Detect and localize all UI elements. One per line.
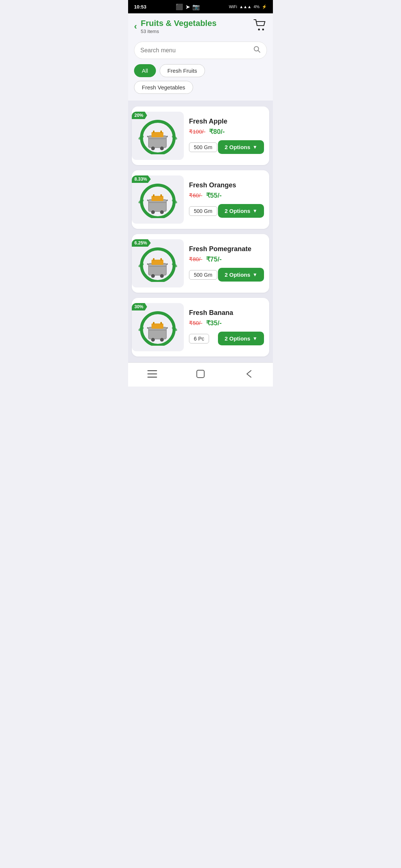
svg-point-32: [151, 274, 155, 278]
svg-rect-52: [147, 374, 157, 375]
quantity-tag-0: 500 Gm: [189, 142, 217, 152]
product-card-2: 6.25%: [132, 234, 269, 293]
charging-icon: ⚡: [262, 4, 267, 9]
product-name-0: Fresh Apple: [189, 118, 264, 125]
price-original-0: ₹100/-: [189, 128, 205, 135]
svg-point-21: [160, 210, 164, 214]
zomato-icon: ⬛: [176, 3, 183, 10]
search-container: [128, 38, 273, 64]
home-nav-button[interactable]: [194, 367, 207, 381]
svg-rect-35: [153, 258, 154, 260]
quantity-tag-2: 500 Gm: [189, 270, 217, 280]
svg-point-9: [160, 147, 164, 150]
svg-rect-53: [147, 377, 157, 378]
svg-rect-23: [153, 194, 154, 197]
svg-rect-34: [151, 260, 163, 265]
product-bottom-2: 500 Gm 2 Options ▼: [189, 268, 264, 282]
svg-rect-46: [151, 323, 163, 329]
svg-point-44: [151, 338, 155, 342]
svg-point-20: [151, 210, 155, 214]
svg-rect-6: [147, 136, 149, 137]
tab-fresh-vegetables[interactable]: Fresh Vegetables: [134, 81, 193, 94]
svg-point-0: [258, 29, 260, 30]
svg-rect-10: [151, 132, 163, 137]
price-original-2: ₹80/-: [189, 256, 202, 263]
svg-point-45: [160, 338, 164, 342]
price-discounted-0: ₹80/-: [209, 128, 225, 136]
page-title: Fruits & Vegetables: [141, 19, 216, 28]
svg-rect-18: [147, 200, 149, 201]
product-image-wrap-2: 6.25%: [132, 239, 184, 287]
back-button[interactable]: ‹: [134, 21, 137, 32]
product-info-3: Fresh Banana ₹50/- ₹35/- 6 Pc 2 Options …: [189, 309, 264, 345]
svg-point-2: [254, 47, 259, 51]
product-image-wrap-1: 8.33%: [132, 175, 184, 224]
product-image-0: [137, 117, 178, 154]
options-label-3: 2 Options: [225, 335, 250, 342]
discount-badge-0: 20%: [132, 112, 147, 119]
options-button-2[interactable]: 2 Options ▼: [218, 268, 264, 282]
price-discounted-1: ₹55/-: [206, 191, 222, 200]
page-header: ‹ Fruits & Vegetables 53 items: [128, 13, 273, 38]
product-name-1: Fresh Oranges: [189, 181, 264, 189]
options-button-0[interactable]: 2 Options ▼: [218, 140, 264, 154]
product-prices-2: ₹80/- ₹75/-: [189, 255, 264, 263]
status-time: 10:53: [134, 4, 146, 10]
svg-rect-7: [166, 136, 168, 137]
svg-rect-30: [147, 263, 149, 265]
svg-rect-47: [153, 322, 154, 324]
svg-rect-42: [147, 327, 149, 329]
discount-badge-1: 8.33%: [132, 175, 151, 183]
svg-rect-48: [160, 322, 162, 324]
svg-point-8: [151, 147, 155, 150]
svg-point-33: [160, 274, 164, 278]
svg-rect-12: [160, 131, 162, 133]
product-image-3: [137, 309, 178, 346]
product-image-wrap-0: 20%: [132, 112, 184, 160]
status-app-icons: ⬛ ➤ 📷: [176, 3, 200, 10]
tab-fresh-fruits[interactable]: Fresh Fruits: [160, 64, 205, 77]
product-card-1: 8.33%: [132, 170, 269, 229]
product-prices-1: ₹60/- ₹55/-: [189, 191, 264, 200]
svg-rect-40: [149, 327, 166, 339]
options-button-3[interactable]: 2 Options ▼: [218, 332, 264, 345]
price-discounted-2: ₹75/-: [206, 255, 222, 263]
options-button-1[interactable]: 2 Options ▼: [218, 204, 264, 218]
svg-rect-22: [151, 196, 163, 201]
price-discounted-3: ₹35/-: [206, 319, 222, 327]
navigation-icon: ➤: [185, 3, 190, 10]
options-label-2: 2 Options: [225, 272, 250, 278]
search-box[interactable]: [134, 42, 267, 59]
search-input[interactable]: [140, 47, 250, 54]
price-original-1: ₹60/-: [189, 192, 202, 199]
quantity-tag-3: 6 Pc: [189, 334, 209, 343]
product-card-3: 30%: [132, 298, 269, 356]
svg-rect-4: [149, 136, 166, 148]
chevron-down-icon-1: ▼: [252, 208, 257, 214]
back-nav-button[interactable]: [242, 367, 255, 381]
product-prices-3: ₹50/- ₹35/-: [189, 319, 264, 327]
svg-rect-24: [160, 194, 162, 197]
cart-button[interactable]: [254, 19, 267, 34]
instagram-icon: 📷: [192, 3, 200, 10]
signal-icon: ▲▲▲: [239, 4, 251, 9]
chevron-down-icon-0: ▼: [252, 144, 257, 150]
product-bottom-1: 500 Gm 2 Options ▼: [189, 204, 264, 218]
wifi-icon: WiFi: [229, 4, 237, 9]
svg-rect-43: [166, 327, 168, 329]
item-count: 53 items: [141, 29, 216, 34]
product-bottom-3: 6 Pc 2 Options ▼: [189, 332, 264, 345]
svg-rect-36: [160, 258, 162, 260]
bottom-navigation: [128, 362, 273, 387]
product-card-0: 20%: [132, 106, 269, 165]
menu-nav-button[interactable]: [146, 367, 159, 381]
chevron-down-icon-3: ▼: [252, 336, 257, 341]
svg-rect-54: [197, 370, 204, 378]
product-image-1: [137, 181, 178, 218]
product-bottom-0: 500 Gm 2 Options ▼: [189, 140, 264, 154]
svg-rect-31: [166, 263, 168, 265]
product-name-3: Fresh Banana: [189, 309, 264, 317]
options-label-0: 2 Options: [225, 144, 250, 150]
product-info-1: Fresh Oranges ₹60/- ₹55/- 500 Gm 2 Optio…: [189, 181, 264, 218]
tab-all[interactable]: All: [134, 64, 156, 77]
